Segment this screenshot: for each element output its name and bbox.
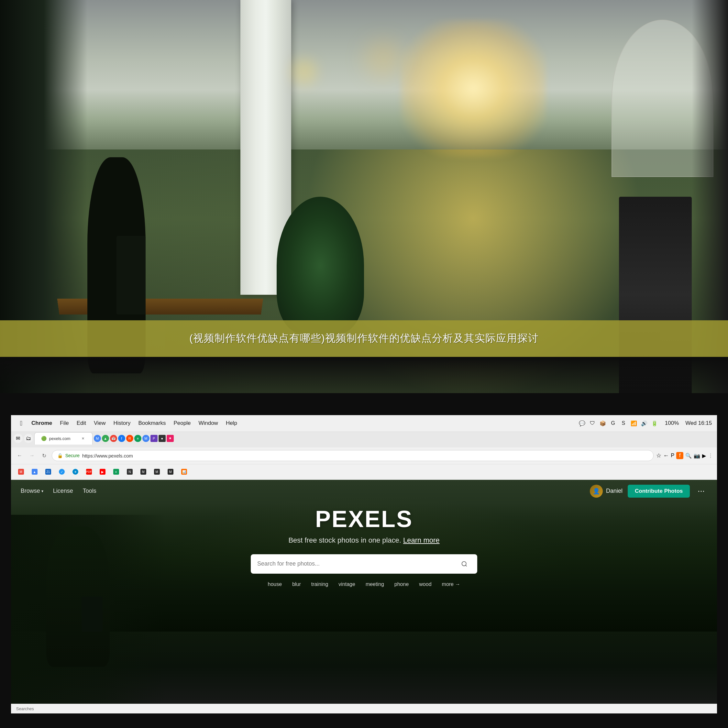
- chrome-back-btn[interactable]: ←: [663, 452, 669, 459]
- tag-more[interactable]: more →: [439, 580, 463, 589]
- tag-phone[interactable]: phone: [392, 580, 411, 589]
- sheets-icon[interactable]: ≡: [134, 435, 141, 442]
- calendar-icon[interactable]: 📅: [110, 435, 117, 442]
- license-link[interactable]: License: [53, 488, 73, 494]
- tab-btn-2[interactable]: 🗂: [24, 434, 33, 443]
- search-submit-button[interactable]: [458, 557, 471, 570]
- tab-back-btn[interactable]: ✉: [14, 434, 23, 443]
- plants: [277, 197, 364, 334]
- bookmark-cal-icon: 21: [45, 469, 51, 475]
- user-profile[interactable]: 👤 Daniel: [590, 485, 622, 498]
- play-ext[interactable]: ▶: [702, 453, 706, 459]
- tools-link[interactable]: Tools: [83, 488, 96, 494]
- chrome-menu[interactable]: Chrome: [28, 419, 56, 428]
- url-bar[interactable]: 🔒 Secure https://www.pexels.com: [52, 450, 654, 461]
- bookmark-yt[interactable]: ▶: [96, 467, 109, 476]
- history-menu[interactable]: History: [110, 419, 135, 428]
- tab-title: pexels.com: [49, 436, 70, 441]
- browse-link[interactable]: Browse ▾: [21, 488, 43, 494]
- tag-blur[interactable]: blur: [290, 580, 303, 589]
- bookmark-cal[interactable]: 21: [42, 467, 54, 476]
- people-menu[interactable]: People: [170, 419, 194, 428]
- learn-more-link[interactable]: Learn more: [403, 536, 440, 544]
- view-menu[interactable]: View: [90, 419, 110, 428]
- tag-meeting[interactable]: meeting: [363, 580, 387, 589]
- ext-icon[interactable]: ●: [159, 435, 166, 442]
- chrome-addressbar: ← → ↻ 🔒 Secure https://www.pexels.com ☆ …: [11, 448, 717, 464]
- bookmarks-menu[interactable]: Bookmarks: [134, 419, 170, 428]
- window-light: [401, 20, 546, 157]
- forward-btn[interactable]: →: [27, 451, 37, 460]
- bookmark-sheets-icon: ≡: [113, 469, 119, 475]
- pexels-title: PEXELS: [315, 506, 413, 532]
- searches-label: Searches: [16, 706, 34, 711]
- bookmark-sheets[interactable]: ≡: [110, 467, 122, 476]
- dropbox-icon[interactable]: 📦: [599, 419, 607, 427]
- quick-tags: house blur training vintage meeting phon…: [265, 580, 463, 589]
- pexels-hero-content: PEXELS Best free stock photos in one pla…: [11, 506, 717, 589]
- reload-btn[interactable]: ↻: [40, 451, 49, 460]
- gmail-icon[interactable]: M: [94, 435, 101, 442]
- screen-content:  Chrome File Edit View History Bookmark…: [11, 415, 717, 714]
- meet-icon[interactable]: M: [142, 435, 150, 442]
- photo-ext[interactable]: 📷: [694, 453, 700, 459]
- apple-menu[interactable]: : [16, 418, 26, 428]
- back-btn[interactable]: ←: [15, 451, 24, 460]
- reddit-icon[interactable]: R: [126, 435, 133, 442]
- wifi-icon[interactable]: 📶: [630, 419, 638, 427]
- file-menu[interactable]: File: [56, 419, 72, 428]
- pexels-more-btn[interactable]: ⋯: [695, 487, 707, 496]
- bookmark-medium2[interactable]: M: [151, 467, 163, 476]
- pinterest-icon[interactable]: P: [671, 453, 674, 459]
- volume-icon[interactable]: 🔊: [640, 419, 648, 427]
- tag-house[interactable]: house: [265, 580, 285, 589]
- bookmark-pdf-icon: PDF: [86, 469, 92, 475]
- feedly-icon[interactable]: f: [676, 452, 684, 459]
- pexels-search-box[interactable]: [251, 554, 477, 574]
- tab-favicon: 🟢: [41, 436, 47, 441]
- skype-icon[interactable]: S: [619, 419, 627, 427]
- bookmark-medium3[interactable]: M: [164, 467, 177, 476]
- bookmark-medium-icon: M: [141, 469, 146, 475]
- bookmark-medium3-icon: M: [168, 469, 173, 475]
- bookmark-drive-icon: ▲: [32, 469, 38, 475]
- banner-text: (视频制作软件优缺点有哪些)视频制作软件的优缺点分析及其实际应用探讨: [189, 331, 538, 346]
- contribute-photos-button[interactable]: Contribute Photos: [628, 485, 690, 498]
- security-icon[interactable]: 🛡: [589, 419, 596, 427]
- window-menu[interactable]: Window: [194, 419, 222, 428]
- battery-icon[interactable]: 🔋: [651, 419, 658, 427]
- bookmark-tasks[interactable]: ✓: [56, 467, 68, 476]
- clock: Wed 16:15: [685, 420, 712, 427]
- bookmark-medium[interactable]: M: [137, 467, 150, 476]
- url-display: https://www.pexels.com: [82, 453, 133, 459]
- edit-menu[interactable]: Edit: [73, 419, 90, 428]
- facebook-icon[interactable]: f: [118, 435, 125, 442]
- tag-wood[interactable]: wood: [416, 580, 434, 589]
- bookmark-notion[interactable]: N: [124, 467, 136, 476]
- bookmark-telegram[interactable]: ✈: [69, 467, 81, 476]
- help-menu[interactable]: Help: [222, 419, 241, 428]
- bookmark-gmail[interactable]: M: [15, 467, 27, 476]
- tag-training[interactable]: training: [309, 580, 331, 589]
- pexels-backpack: [81, 596, 102, 632]
- gdrive-icon[interactable]: ▲: [102, 435, 109, 442]
- pexels-tab[interactable]: 🟢 pexels.com ✕: [34, 432, 93, 445]
- pdf-icon[interactable]: P: [150, 435, 158, 442]
- chat-icon[interactable]: 💬: [578, 419, 586, 427]
- tab-close-btn[interactable]: ✕: [81, 436, 86, 441]
- tag-vintage[interactable]: vintage: [336, 580, 358, 589]
- chrome-tabs-bar: ✉ 🗂 🟢 pexels.com ✕ M ▲ 📅 f R ≡ M P ● ★: [11, 432, 717, 448]
- bookmark-stats[interactable]: 📊: [178, 467, 190, 476]
- bookmark-gdrive[interactable]: ▲: [29, 467, 41, 476]
- search-ext[interactable]: 🔍: [685, 453, 692, 459]
- ext-icon-2[interactable]: ★: [167, 435, 174, 442]
- chrome-ext1[interactable]: G: [609, 419, 617, 427]
- menubar-right: 💬 🛡 📦 G S 📶 🔊 🔋 100% Wed 16:15: [578, 419, 712, 428]
- pexels-subtitle: Best free stock photos in one place. Lea…: [288, 536, 439, 544]
- search-input[interactable]: [257, 560, 454, 567]
- more-menu[interactable]: ⋮: [708, 453, 713, 459]
- bookmark-star[interactable]: ☆: [656, 452, 661, 459]
- toolbar-right: ☆ ← P f 🔍 📷 ▶ ⋮: [656, 452, 713, 459]
- bookmark-pdf[interactable]: PDF: [83, 467, 95, 476]
- bokeh-1: [291, 59, 317, 85]
